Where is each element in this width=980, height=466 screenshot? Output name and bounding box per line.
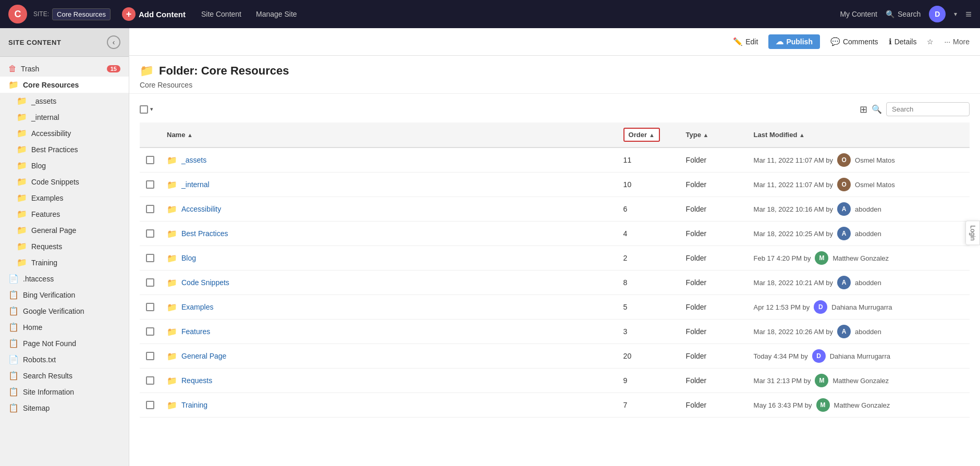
row-checkbox[interactable] — [146, 229, 154, 238]
sidebar-item-label: Home — [23, 323, 42, 332]
row-name-label[interactable]: Accessibility — [181, 205, 221, 213]
author-name: Matthew Gonzalez — [832, 254, 889, 262]
row-order-cell: 5 — [617, 295, 680, 320]
sidebar-item-label: Robots.txt — [23, 355, 56, 364]
checkbox-chevron-icon[interactable]: ▾ — [150, 106, 153, 113]
row-checkbox-cell — [140, 344, 161, 369]
publish-button[interactable]: ☁ Publish — [768, 34, 820, 49]
row-checkbox[interactable] — [146, 278, 154, 287]
col-header-check — [140, 122, 161, 148]
main-content: ✏️ Edit ☁ Publish 💬 Comments ℹ Details ☆… — [129, 28, 980, 466]
manage-site-link[interactable]: Manage Site — [252, 8, 301, 20]
col-header-type[interactable]: Type — [680, 122, 748, 148]
more-text-label: More — [953, 38, 970, 46]
sidebar-item-site-information[interactable]: 📋 Site Information — [0, 384, 129, 400]
sidebar-item-search-results[interactable]: 📋 Search Results — [0, 367, 129, 384]
sidebar-item-home[interactable]: 📋 Home — [0, 319, 129, 335]
modified-text: Mar 18, 2022 10:25 AM by — [754, 230, 833, 238]
my-content-link[interactable]: My Content — [840, 10, 877, 18]
row-checkbox[interactable] — [146, 327, 154, 336]
sidebar-item-htaccess[interactable]: 📄 .htaccess — [0, 271, 129, 287]
author-name: Osmel Matos — [855, 156, 895, 164]
comments-button[interactable]: 💬 Comments — [830, 37, 878, 46]
row-checkbox[interactable] — [146, 205, 154, 213]
row-name-label[interactable]: Code Snippets — [181, 278, 229, 287]
row-modified-cell: Feb 17 4:20 PM by M Matthew Gonzalez — [748, 246, 970, 271]
row-type-cell: Folder — [680, 393, 748, 418]
row-checkbox[interactable] — [146, 352, 154, 360]
add-icon: + — [122, 7, 136, 21]
sidebar-item-label: .htaccess — [23, 275, 54, 283]
sidebar-item-core-resources[interactable]: 📁 Core Resources — [0, 77, 129, 93]
row-name-label[interactable]: Training — [181, 401, 207, 409]
sidebar-item-requests[interactable]: 📁 Requests — [0, 238, 129, 254]
row-checkbox[interactable] — [146, 156, 154, 164]
row-checkbox[interactable] — [146, 303, 154, 311]
table-search-input[interactable] — [886, 102, 970, 116]
sidebar-item-assets[interactable]: 📁 _assets — [0, 93, 129, 109]
row-name-label[interactable]: Blog — [181, 254, 196, 262]
search-button[interactable]: 🔍 Search — [886, 10, 921, 18]
select-all-checkbox[interactable]: ▾ — [140, 105, 153, 114]
sidebar-item-label: Features — [31, 210, 60, 218]
sidebar-item-internal[interactable]: 📁 _internal — [0, 109, 129, 125]
table-search-icon[interactable]: 🔍 — [872, 104, 882, 114]
details-button[interactable]: ℹ Details — [889, 37, 917, 46]
site-name[interactable]: Core Resources — [52, 8, 111, 20]
avatar-chevron-icon[interactable]: ▾ — [954, 10, 957, 18]
logo-icon[interactable]: C — [8, 5, 27, 23]
sidebar-item-training[interactable]: 📁 Training — [0, 254, 129, 271]
modified-text: Feb 17 4:20 PM by — [754, 254, 811, 262]
sidebar-item-code-snippets[interactable]: 📁 Code Snippets — [0, 174, 129, 190]
row-checkbox[interactable] — [146, 254, 154, 262]
sidebar-item-sitemap[interactable]: 📋 Sitemap — [0, 400, 129, 416]
row-name-label[interactable]: _internal — [181, 180, 210, 189]
table-view-controls: ⊞ 🔍 — [860, 102, 970, 116]
sidebar-item-label: _internal — [31, 113, 59, 121]
row-checkbox[interactable] — [146, 401, 154, 409]
checkbox[interactable] — [140, 105, 148, 114]
row-checkbox-cell — [140, 295, 161, 320]
more-button[interactable]: ··· More — [944, 38, 970, 46]
sidebar-item-page-not-found[interactable]: 📋 Page Not Found — [0, 335, 129, 351]
row-checkbox[interactable] — [146, 376, 154, 385]
grid-view-button[interactable]: ⊞ — [860, 104, 867, 115]
col-header-modified[interactable]: Last Modified — [748, 122, 970, 148]
row-name-label[interactable]: Features — [181, 327, 210, 336]
modified-text: May 16 3:43 PM by — [754, 401, 812, 409]
comments-label: Comments — [843, 38, 878, 46]
sidebar-item-label: Search Results — [23, 372, 72, 380]
login-hint-panel[interactable]: Login — [965, 220, 980, 245]
author-avatar: O — [837, 153, 851, 167]
modified-text: Mar 31 2:13 PM by — [754, 377, 811, 385]
sidebar-item-general-page[interactable]: 📁 General Page — [0, 222, 129, 238]
sidebar-item-bing-verification[interactable]: 📋 Bing Verification — [0, 287, 129, 303]
sidebar-item-best-practices[interactable]: 📁 Best Practices — [0, 141, 129, 157]
sidebar-item-robots[interactable]: 📄 Robots.txt — [0, 351, 129, 367]
row-checkbox[interactable] — [146, 180, 154, 189]
hamburger-menu-icon[interactable]: ≡ — [965, 8, 972, 20]
row-order-cell: 4 — [617, 222, 680, 246]
row-name-cell: 📁 Blog — [161, 246, 617, 271]
row-name-label[interactable]: _assets — [181, 156, 206, 164]
edit-button[interactable]: ✏️ Edit — [733, 37, 758, 46]
row-name-label[interactable]: General Page — [181, 352, 226, 360]
sidebar-item-features[interactable]: 📁 Features — [0, 206, 129, 222]
site-content-link[interactable]: Site Content — [197, 8, 246, 20]
row-name-label[interactable]: Requests — [181, 376, 212, 385]
row-order-cell: 7 — [617, 393, 680, 418]
sidebar-item-blog[interactable]: 📁 Blog — [0, 157, 129, 174]
col-header-order[interactable]: Order — [617, 122, 680, 148]
sidebar-item-google-verification[interactable]: 📋 Google Verification — [0, 303, 129, 319]
add-content-button[interactable]: + Add Content — [117, 5, 191, 23]
col-header-name[interactable]: Name — [161, 122, 617, 148]
row-name-label[interactable]: Examples — [181, 303, 213, 311]
user-avatar[interactable]: D — [929, 6, 946, 22]
table-header: Name Order Type — [140, 122, 970, 148]
sidebar-item-examples[interactable]: 📁 Examples — [0, 190, 129, 206]
sidebar-item-accessibility[interactable]: 📁 Accessibility — [0, 125, 129, 141]
star-button[interactable]: ☆ — [927, 38, 934, 46]
sidebar-item-trash[interactable]: 🗑 Trash 15 — [0, 61, 129, 77]
row-name-label[interactable]: Best Practices — [181, 229, 228, 238]
sidebar-collapse-button[interactable]: ‹ — [107, 35, 120, 49]
